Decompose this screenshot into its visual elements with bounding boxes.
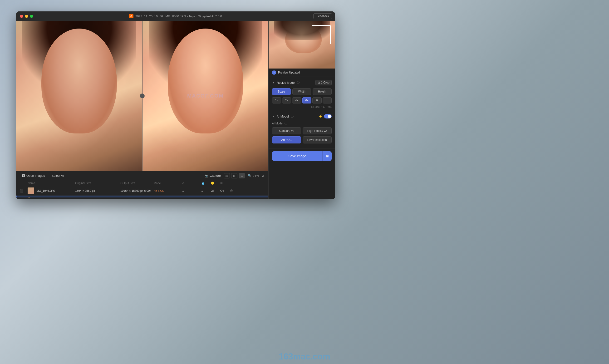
select-all-button[interactable]: Select All [50,173,66,178]
split-divider[interactable] [140,93,145,98]
crop-label: 1 Crop [321,81,329,84]
crop-button-container: ⊡ 1 Crop [315,80,332,85]
open-images-icon: 🖼 [22,174,25,178]
height-mode-button[interactable]: Height [312,88,332,95]
zoom-icon: 🔍 [248,174,252,178]
art-cg-button[interactable]: Art / CG [272,136,301,143]
row2-thumb [28,197,30,198]
maximize-button[interactable] [30,15,33,18]
capture-label: Capture [210,174,221,178]
title-bar: G 2023_11_20_10_56_IMG_0580.JPG - Topaz … [16,12,335,21]
save-button-container: Save Image ⊞ [272,151,332,161]
zoom-control: 🔍 24% [248,174,259,178]
resize-mode-header: ▼ Resize Mode ⓘ ⊡ 1 Crop [272,80,332,85]
thumbnail-more-button[interactable]: ⋮ [329,23,333,28]
ai-model-header: ▼ AI Model ⓘ ⚡ [272,114,332,118]
save-section: Save Image ⊞ [269,148,335,164]
row1-delete-button[interactable]: 🗑 [230,189,239,193]
view-grid-button[interactable]: ⊞ [239,173,245,178]
resize-mode-title: Resize Mode [277,81,295,84]
collapse-button[interactable]: ∧ [262,173,265,178]
row1-thumb [28,187,34,194]
col-v4: ⊞ [220,182,230,185]
col-name: Name [28,182,75,185]
row1-v2: 1 [201,189,211,193]
col-v3: 🙂 [211,182,220,185]
bottom-toolbar: 🖼 Open Images Select All 📷 Capture ▭ ⊞ ⊞ [16,171,268,199]
face-shape [41,28,117,133]
scale-custom-button[interactable]: 6 [312,97,322,104]
resize-mode-section: ▼ Resize Mode ⓘ ⊡ 1 Crop Scale Width Hei… [269,77,335,111]
ai-enable-toggle: ⚡ [319,114,332,118]
row2-name-cell: ...3_11_20_10_56_IMG_0580.JPG [28,197,76,198]
scale-6x-button[interactable]: 6x [302,97,312,104]
window-title: 2023_11_20_10_56_IMG_0580.JPG - Topaz Gi… [135,14,222,18]
col-v1: ⊙ [182,182,201,185]
row1-output-size: 10164 × 15360 px [120,189,144,193]
ai-model-section: ▼ AI Model ⓘ ⚡ AI Model ⓘ Standard v2 Hi… [269,111,335,148]
save-options-icon: ⊞ [326,154,329,158]
row1-checkbox[interactable] [20,189,23,193]
zoom-level: 24% [253,174,259,178]
scale-1x-button[interactable]: 1x [272,97,281,104]
width-mode-button[interactable]: Width [292,88,311,95]
image-left [16,21,143,171]
right-panel: ⋮ ✓ Preview Updated ▼ Resize Mode ⓘ ⊡ 1 … [268,21,335,199]
ai-model-info-icon[interactable]: ⓘ [291,115,294,118]
topaz-icon: G [129,14,133,18]
model-row1: Standard v2 High Fidelity v2 [272,127,332,134]
open-images-label: Open Images [26,174,45,178]
image-view: MACGF.COM [16,21,268,171]
title-bar-center: G 2023_11_20_10_56_IMG_0580.JPG - Topaz … [129,14,222,18]
save-image-button[interactable]: Save Image [272,151,323,161]
standard-v2-button[interactable]: Standard v2 [272,127,301,134]
scale-4x-button[interactable]: 4x [292,97,301,104]
table-row[interactable]: IMG_1046.JPG 1694 × 2560 px → 10164 × 15… [16,186,268,195]
thumbnail-area: ⋮ [269,21,335,68]
row1-v4: Off [220,189,230,193]
scale-2x-button[interactable]: 2x [282,97,291,104]
file-table: Name Original Size Output Size Model ⊙ 💧… [16,180,268,197]
save-options-button[interactable]: ⊞ [323,151,332,161]
view-single-button[interactable]: ▭ [224,173,230,178]
view-split-button[interactable]: ⊞ [231,173,237,178]
face-shape-right [168,28,243,133]
portrait-original [16,21,142,171]
check-icon: ✓ [272,70,276,75]
close-button[interactable] [20,15,23,18]
table-header: Name Original Size Output Size Model ⊙ 💧… [16,180,268,186]
resize-mode-info-icon[interactable]: ⓘ [297,81,299,85]
lightning-icon: ⚡ [319,115,323,118]
ai-model-sub-info[interactable]: ⓘ [285,121,287,125]
table-row-selected[interactable]: ✓ ...3_11_20_10_56_IMG_0580.JPG 1430 × 1… [16,195,268,197]
ai-model-sub-title: AI Model [272,122,283,125]
ai-model-sublabel: AI Model ⓘ [272,121,332,125]
row1-model: Art & CG [154,189,182,192]
high-fidelity-v2-button[interactable]: High Fidelity v2 [303,127,332,134]
capture-button[interactable]: 📷 Capture [205,174,221,178]
row1-v1: 1 [182,189,201,193]
row1-v3: Off [211,189,220,193]
traffic-lights [20,15,33,18]
row1-scale: 6.00x [144,189,154,193]
mode-buttons: Scale Width Height [272,88,332,95]
model-row2: Art / CG Low Resolution [272,136,332,143]
crop-button[interactable]: ⊡ 1 Crop [315,80,332,85]
portrait-enhanced: MACGF.COM [143,21,268,171]
row1-arrow: → [111,189,120,193]
col-original: Original Size [75,182,111,185]
open-images-button[interactable]: 🖼 Open Images [20,173,47,178]
resize-mode-toggle[interactable]: ▼ [272,81,275,84]
low-resolution-button[interactable]: Low Resolution [303,136,332,143]
crop-icon: ⊡ [318,81,320,84]
row1-filename: IMG_1046.JPG [36,189,55,193]
ai-model-toggle[interactable]: ▼ [272,115,275,118]
ai-toggle-switch[interactable] [324,114,332,118]
scale-buttons: 1x 2x 4x 6x 6 x [272,97,332,104]
feedback-button[interactable]: Feedback [313,13,332,19]
toolbar-top: 🖼 Open Images Select All 📷 Capture ▭ ⊞ ⊞ [16,173,268,180]
scale-x-button[interactable]: x [323,97,332,104]
scale-mode-button[interactable]: Scale [272,88,291,95]
minimize-button[interactable] [25,15,28,18]
preview-updated-bar: ✓ Preview Updated [269,68,335,77]
